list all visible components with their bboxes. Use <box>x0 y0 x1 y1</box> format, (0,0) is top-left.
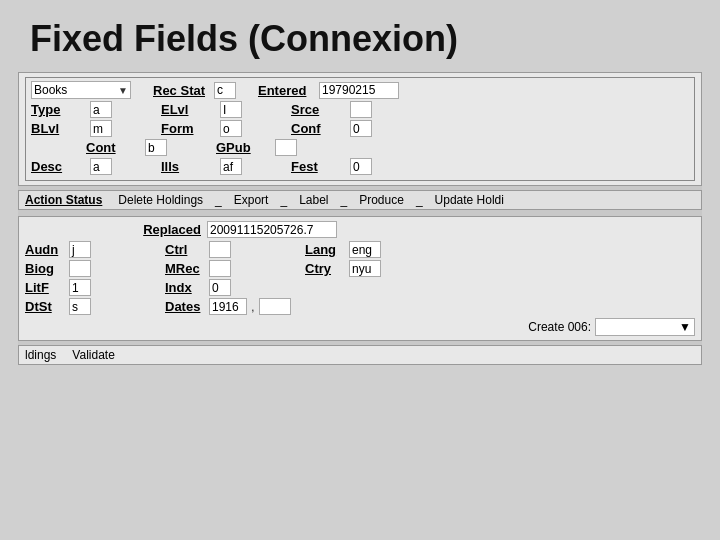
rec-stat-label: Rec Stat <box>153 83 208 98</box>
mrec-value[interactable] <box>209 260 231 277</box>
fest-label: Fest <box>291 159 346 174</box>
footer-ldings[interactable]: ldings <box>25 348 56 362</box>
ctry-label: Ctry <box>305 261 345 276</box>
biog-group: Biog <box>25 260 155 277</box>
label-underscore: _ <box>341 193 348 207</box>
gpub-value[interactable] <box>275 139 297 156</box>
biog-label: Biog <box>25 261 65 276</box>
blvl-group: BLvl m <box>31 120 161 137</box>
bottom-row-2: Biog MRec Ctry nyu <box>25 260 695 277</box>
elvl-label: ELvl <box>161 102 216 117</box>
ills-label: Ills <box>161 159 216 174</box>
type-row: Type a ELvl I Srce <box>31 101 689 118</box>
gpub-group: GPub <box>216 139 346 156</box>
mrec-label: MRec <box>165 261 205 276</box>
dates-value1[interactable]: 1916 <box>209 298 247 315</box>
bottom-form: Replaced 20091115205726.7 Audn j Ctrl La… <box>18 216 702 341</box>
footer-bar: ldings Validate <box>18 345 702 365</box>
type-value[interactable]: a <box>90 101 112 118</box>
top-form-inner: Books ▼ Rec Stat c Entered 19790215 Type <box>25 77 695 181</box>
form-group: Form o <box>161 120 291 137</box>
books-select[interactable]: Books ▼ <box>31 81 131 99</box>
srce-label: Srce <box>291 102 346 117</box>
dtst-value[interactable]: s <box>69 298 91 315</box>
ills-value[interactable]: af <box>220 158 242 175</box>
bottom-row-3: LitF 1 Indx 0 <box>25 279 695 296</box>
ctry-group: Ctry nyu <box>305 260 435 277</box>
ctrl-label: Ctrl <box>165 242 205 257</box>
action-links: Delete Holdings _ Export _ Label _ Produ… <box>118 193 504 207</box>
audn-value[interactable]: j <box>69 241 91 258</box>
audn-label: Audn <box>25 242 65 257</box>
conf-label: Conf <box>291 121 346 136</box>
elvl-value[interactable]: I <box>220 101 242 118</box>
dates-label: Dates <box>165 299 205 314</box>
books-row: Books ▼ Rec Stat c Entered 19790215 <box>31 81 689 99</box>
rec-stat-section: Rec Stat c <box>153 82 236 99</box>
blvl-label: BLvl <box>31 121 86 136</box>
page-title: Fixed Fields (Connexion) <box>0 0 720 72</box>
rec-stat-value[interactable]: c <box>214 82 236 99</box>
export-underscore: _ <box>280 193 287 207</box>
replaced-label: Replaced <box>131 222 201 237</box>
fest-group: Fest 0 <box>291 158 421 175</box>
conf-value[interactable]: 0 <box>350 120 372 137</box>
srce-value[interactable] <box>350 101 372 118</box>
type-label: Type <box>31 102 86 117</box>
dates-comma: , <box>251 299 255 314</box>
blvl-value[interactable]: m <box>90 120 112 137</box>
ills-group: Ills af <box>161 158 291 175</box>
create-select[interactable]: ▼ <box>595 318 695 336</box>
mrec-group: MRec <box>165 260 295 277</box>
export-link[interactable]: Export <box>234 193 269 207</box>
indx-group: Indx 0 <box>165 279 295 296</box>
lang-value[interactable]: eng <box>349 241 381 258</box>
cont-label: Cont <box>86 140 141 155</box>
form-value[interactable]: o <box>220 120 242 137</box>
books-label: Books <box>34 83 67 97</box>
cont-group: Cont b <box>86 139 216 156</box>
ctrl-group: Ctrl <box>165 241 295 258</box>
audn-group: Audn j <box>25 241 155 258</box>
lang-group: Lang eng <box>305 241 435 258</box>
replaced-row: Replaced 20091115205726.7 <box>25 221 695 238</box>
update-holdings-link[interactable]: Update Holdi <box>435 193 504 207</box>
entered-value[interactable]: 19790215 <box>319 82 399 99</box>
footer-validate[interactable]: Validate <box>72 348 114 362</box>
dates-value2[interactable] <box>259 298 291 315</box>
create-dropdown-arrow: ▼ <box>679 320 691 334</box>
desc-label: Desc <box>31 159 86 174</box>
produce-link[interactable]: Produce <box>359 193 404 207</box>
indx-value[interactable]: 0 <box>209 279 231 296</box>
action-status-label: Action Status <box>25 193 102 207</box>
books-dropdown-arrow: ▼ <box>118 85 128 96</box>
label-link[interactable]: Label <box>299 193 328 207</box>
fest-value[interactable]: 0 <box>350 158 372 175</box>
litf-group: LitF 1 <box>25 279 155 296</box>
cont-value[interactable]: b <box>145 139 167 156</box>
elvl-group: ELvl I <box>161 101 291 118</box>
entered-label: Entered <box>258 83 313 98</box>
ctrl-value[interactable] <box>209 241 231 258</box>
dtst-group: DtSt s <box>25 298 155 315</box>
indx-label: Indx <box>165 280 205 295</box>
main-panel: Books ▼ Rec Stat c Entered 19790215 Type <box>18 72 702 365</box>
desc-value[interactable]: a <box>90 158 112 175</box>
create-row: Create 006: ▼ <box>25 318 695 336</box>
bottom-row-1: Audn j Ctrl Lang eng <box>25 241 695 258</box>
lang-label: Lang <box>305 242 345 257</box>
cont-row: Cont b GPub <box>31 139 689 156</box>
biog-value[interactable] <box>69 260 91 277</box>
litf-label: LitF <box>25 280 65 295</box>
gpub-label: GPub <box>216 140 271 155</box>
delete-holdings-link[interactable]: Delete Holdings <box>118 193 203 207</box>
replaced-value[interactable]: 20091115205726.7 <box>207 221 337 238</box>
conf-group: Conf 0 <box>291 120 421 137</box>
litf-value[interactable]: 1 <box>69 279 91 296</box>
desc-group: Desc a <box>31 158 161 175</box>
create-label: Create 006: <box>528 320 591 334</box>
ctry-value[interactable]: nyu <box>349 260 381 277</box>
dates-group: Dates 1916 , <box>165 298 291 315</box>
srce-group: Srce <box>291 101 421 118</box>
delete-underscore: _ <box>215 193 222 207</box>
